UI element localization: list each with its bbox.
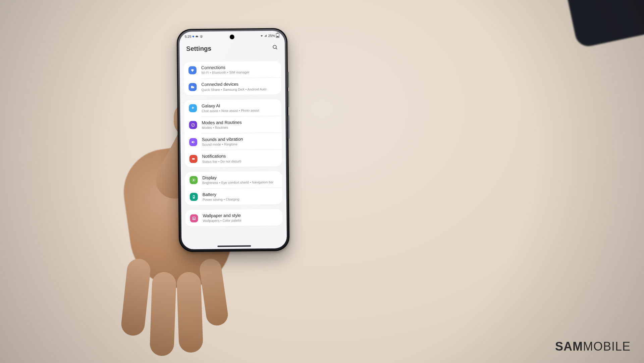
- settings-header: Settings: [179, 44, 285, 57]
- status-notification-dot: [193, 36, 194, 37]
- page-title: Settings: [186, 45, 211, 53]
- status-time: 5:25: [185, 35, 192, 38]
- battery-icon: [190, 193, 198, 201]
- settings-group: Display Brightness • Eye comfort shield …: [185, 171, 282, 206]
- wallpaper-icon: [190, 214, 198, 222]
- item-title: Battery: [203, 192, 239, 197]
- settings-item-battery[interactable]: Battery Power saving • Charging: [185, 188, 282, 205]
- item-title: Connections: [201, 64, 250, 71]
- camera-hole: [230, 35, 234, 39]
- item-subtitle: Wallpapers • Color palette: [203, 218, 241, 223]
- item-title: Connected devices: [201, 81, 267, 87]
- item-subtitle: Quick Share • Samsung DeX • Android Auto: [201, 87, 266, 92]
- item-title: Wallpaper and style: [203, 213, 241, 219]
- phone-frame: 5:25 25%: [177, 28, 290, 252]
- settings-item-connected-devices[interactable]: Connected devices Quick Share • Samsung …: [184, 78, 281, 95]
- settings-item-modes-routines[interactable]: Modes and Routines Modes • Routines: [184, 116, 281, 133]
- item-subtitle: Wi-Fi • Bluetooth • SIM manager: [201, 70, 250, 75]
- cloud-icon: [196, 35, 199, 38]
- svg-rect-5: [193, 86, 194, 88]
- watermark: SAMMOBILE: [555, 339, 631, 354]
- item-title: Galaxy AI: [202, 103, 259, 109]
- svg-point-8: [193, 179, 195, 181]
- item-title: Sounds and vibration: [202, 137, 243, 143]
- svg-rect-18: [194, 195, 194, 195]
- svg-rect-4: [191, 86, 193, 88]
- settings-item-galaxy-ai[interactable]: Galaxy AI Chat assist • Note assist • Ph…: [184, 99, 281, 117]
- vignette: [0, 0, 644, 363]
- display-icon: [190, 176, 198, 184]
- battery-icon: [276, 33, 279, 38]
- routine-icon: [189, 121, 197, 129]
- sound-icon: [189, 138, 197, 146]
- watermark-bold: SAM: [555, 339, 583, 353]
- notif-icon: [189, 155, 197, 163]
- settings-item-connections[interactable]: Connections Wi-Fi • Bluetooth • SIM mana…: [184, 61, 281, 78]
- item-subtitle: Chat assist • Note assist • Photo assist: [202, 108, 259, 113]
- sparkle-icon: [189, 104, 197, 112]
- volume-down-button: [287, 91, 289, 107]
- photo-stage: 5:25 25%: [0, 0, 644, 363]
- svg-rect-7: [192, 158, 195, 160]
- settings-group: Connections Wi-Fi • Bluetooth • SIM mana…: [184, 61, 281, 95]
- signal-icon: [264, 34, 267, 37]
- settings-list[interactable]: Connections Wi-Fi • Bluetooth • SIM mana…: [180, 61, 287, 249]
- account-icon: [200, 35, 203, 38]
- item-subtitle: Brightness • Eye comfort shield • Naviga…: [202, 180, 273, 185]
- item-subtitle: Modes • Routines: [202, 125, 242, 130]
- item-title: Notifications: [202, 153, 241, 159]
- settings-item-display[interactable]: Display Brightness • Eye comfort shield …: [185, 171, 282, 188]
- devices-icon: [189, 83, 197, 91]
- svg-line-3: [276, 48, 277, 49]
- background-object: [564, 0, 644, 49]
- item-title: Modes and Routines: [202, 120, 241, 125]
- phone-screen: 5:25 25%: [179, 31, 287, 249]
- item-subtitle: Status bar • Do not disturb: [202, 159, 241, 164]
- item-subtitle: Power saving • Charging: [203, 197, 239, 202]
- svg-point-21: [193, 218, 194, 218]
- settings-group: Galaxy AI Chat assist • Note assist • Ph…: [184, 99, 282, 167]
- wifi-icon: [189, 66, 197, 74]
- power-button: [288, 115, 289, 139]
- wifi-status-icon: [260, 34, 263, 37]
- svg-point-2: [273, 45, 276, 49]
- settings-item-wallpaper-style[interactable]: Wallpaper and style Wallpapers • Color p…: [185, 209, 282, 226]
- svg-rect-19: [194, 197, 194, 198]
- svg-line-16: [192, 181, 193, 181]
- search-icon[interactable]: [272, 44, 278, 52]
- svg-line-15: [195, 179, 195, 179]
- svg-line-14: [195, 181, 195, 181]
- settings-item-notifications[interactable]: Notifications Status bar • Do not distur…: [184, 150, 282, 167]
- item-subtitle: Sound mode • Ringtone: [202, 142, 243, 147]
- volume-up-button: [287, 72, 289, 88]
- watermark-light: MOBILE: [583, 339, 631, 353]
- settings-item-sounds-vibration[interactable]: Sounds and vibration Sound mode • Ringto…: [184, 133, 282, 150]
- settings-group: Wallpaper and style Wallpapers • Color p…: [185, 209, 282, 226]
- svg-point-1: [201, 36, 202, 36]
- svg-line-13: [192, 179, 193, 179]
- battery-percent: 25%: [268, 34, 275, 37]
